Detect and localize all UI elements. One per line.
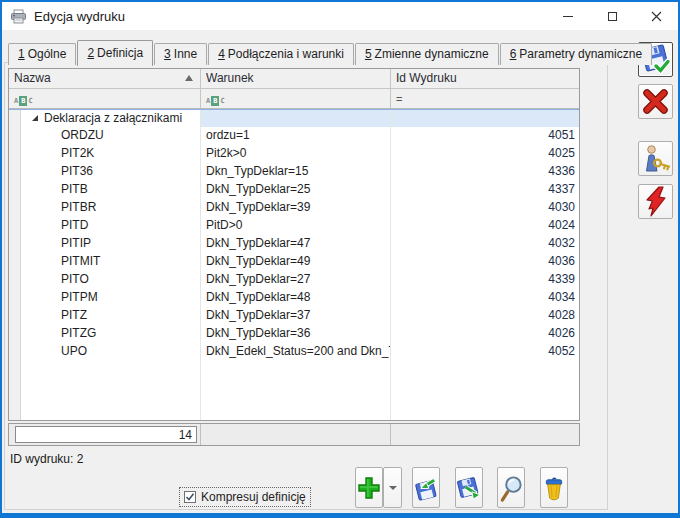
preview-button[interactable] bbox=[497, 467, 525, 508]
cell-id-wydruku[interactable]: 4052 bbox=[391, 343, 579, 361]
cell-id-wydruku[interactable]: 4051 bbox=[391, 127, 579, 145]
cell-nazwa[interactable]: UPO bbox=[21, 343, 201, 361]
tab-hotkey: 3 bbox=[164, 47, 171, 61]
table-row[interactable]: UPO DkN_Edekl_Status=200 and Dkn_T... 40… bbox=[9, 343, 579, 361]
tab[interactable]: 5Zmienne dynamiczne bbox=[355, 43, 499, 65]
filter-cell-nazwa[interactable]: ABC bbox=[9, 89, 201, 109]
column-header-nazwa[interactable]: Nazwa bbox=[9, 69, 201, 89]
cell-warunek[interactable]: DkN_TypDeklar=27 bbox=[201, 271, 391, 289]
cell-nazwa[interactable]: PITPM bbox=[21, 289, 201, 307]
table-row[interactable]: PITPM DkN_TypDeklar=48 4034 bbox=[9, 289, 579, 307]
tab[interactable]: 6Parametry dynamiczne bbox=[500, 43, 652, 65]
cell-nazwa[interactable]: PITO bbox=[21, 271, 201, 289]
cell-id-wydruku[interactable]: 4028 bbox=[391, 307, 579, 325]
cancel-button[interactable] bbox=[638, 84, 673, 119]
row-count-box[interactable]: 14 bbox=[15, 426, 197, 443]
maximize-button[interactable] bbox=[590, 2, 634, 30]
tab[interactable]: 3Inne bbox=[154, 43, 207, 65]
cell-nazwa[interactable]: PIT2K bbox=[21, 145, 201, 163]
table-row[interactable]: PIT2K Pit2k>0 4025 bbox=[9, 145, 579, 163]
execute-button[interactable] bbox=[638, 184, 673, 219]
cell-warunek[interactable] bbox=[201, 110, 391, 127]
cell-id-wydruku[interactable]: 4337 bbox=[391, 181, 579, 199]
filter-cell-id-wydruku[interactable]: = bbox=[391, 89, 579, 109]
cell-id-wydruku[interactable] bbox=[391, 110, 579, 127]
cell-id-wydruku[interactable]: 4339 bbox=[391, 271, 579, 289]
cell-warunek[interactable]: DkN_TypDeklar=36 bbox=[201, 325, 391, 343]
cell-nazwa-text: PITIP bbox=[61, 236, 91, 250]
cell-nazwa-text: PITD bbox=[61, 218, 88, 232]
cell-id-wydruku[interactable]: 4024 bbox=[391, 217, 579, 235]
filter-cell-warunek[interactable]: ABC bbox=[201, 89, 391, 109]
trash-icon bbox=[541, 473, 567, 503]
plus-icon bbox=[356, 475, 382, 501]
tab-label: Definicja bbox=[97, 46, 143, 60]
column-header-id-wydruku[interactable]: Id Wydruku bbox=[391, 69, 579, 89]
cell-warunek[interactable]: PitD>0 bbox=[201, 217, 391, 235]
table-row[interactable]: PITIP DkN_TypDeklar=47 4032 bbox=[9, 235, 579, 253]
tab[interactable]: 2Definicja bbox=[77, 40, 153, 66]
delete-button[interactable] bbox=[540, 467, 568, 508]
definitions-grid: Nazwa Warunek Id Wydruku ABC ABC = bbox=[8, 68, 580, 421]
cell-id-wydruku[interactable]: 4036 bbox=[391, 253, 579, 271]
cell-warunek[interactable]: DkN_Edekl_Status=200 and Dkn_T... bbox=[201, 343, 391, 361]
cell-id-wydruku[interactable]: 4034 bbox=[391, 289, 579, 307]
magnifier-icon bbox=[498, 473, 524, 503]
table-row[interactable]: PITZ DkN_TypDeklar=37 4028 bbox=[9, 307, 579, 325]
equals-filter-icon: = bbox=[396, 93, 402, 105]
tab[interactable]: 1Ogólne bbox=[8, 43, 76, 65]
table-row[interactable]: PITO DkN_TypDeklar=27 4339 bbox=[9, 271, 579, 289]
tab-hotkey: 1 bbox=[18, 47, 25, 61]
table-row[interactable]: PIT36 Dkn_TypDeklar=15 4336 bbox=[9, 163, 579, 181]
table-row[interactable]: PITZG DkN_TypDeklar=36 4026 bbox=[9, 325, 579, 343]
cell-warunek[interactable]: DkN_TypDeklar=37 bbox=[201, 307, 391, 325]
compress-definition-checkbox[interactable]: Kompresuj definicję bbox=[180, 488, 310, 506]
cell-warunek[interactable]: Pit2k>0 bbox=[201, 145, 391, 163]
cell-id-wydruku[interactable]: 4336 bbox=[391, 163, 579, 181]
cell-nazwa[interactable]: PITBR bbox=[21, 199, 201, 217]
checkbox-box[interactable] bbox=[184, 491, 196, 503]
column-header-label: Warunek bbox=[206, 71, 254, 85]
table-row[interactable]: PITBR DkN_TypDeklar=39 4030 bbox=[9, 199, 579, 217]
row-indicator bbox=[9, 235, 21, 253]
cell-warunek[interactable]: ordzu=1 bbox=[201, 127, 391, 145]
cell-warunek[interactable]: DkN_TypDeklar=48 bbox=[201, 289, 391, 307]
table-row[interactable]: PITMIT DkN_TypDeklar=49 4036 bbox=[9, 253, 579, 271]
table-row[interactable]: PITB DkN_TypDeklar=25 4337 bbox=[9, 181, 579, 199]
add-dropdown-button[interactable] bbox=[383, 467, 402, 508]
cell-nazwa[interactable]: PITZ bbox=[21, 307, 201, 325]
cell-nazwa[interactable]: PIT36 bbox=[21, 163, 201, 181]
table-row[interactable]: PITD PitD>0 4024 bbox=[9, 217, 579, 235]
cell-warunek[interactable]: DkN_TypDeklar=49 bbox=[201, 253, 391, 271]
cell-id-wydruku[interactable]: 4030 bbox=[391, 199, 579, 217]
close-button[interactable] bbox=[634, 2, 678, 30]
cell-warunek[interactable]: DkN_TypDeklar=25 bbox=[201, 181, 391, 199]
cell-id-wydruku[interactable]: 4025 bbox=[391, 145, 579, 163]
cell-nazwa[interactable]: PITIP bbox=[21, 235, 201, 253]
row-indicator bbox=[9, 199, 21, 217]
import-definition-button[interactable] bbox=[412, 467, 440, 508]
cell-nazwa[interactable]: PITMIT bbox=[21, 253, 201, 271]
cell-warunek[interactable]: Dkn_TypDeklar=15 bbox=[201, 163, 391, 181]
column-header-warunek[interactable]: Warunek bbox=[201, 69, 391, 89]
expander-icon[interactable] bbox=[32, 115, 38, 121]
add-button[interactable] bbox=[355, 467, 383, 508]
cell-warunek[interactable]: DkN_TypDeklar=39 bbox=[201, 199, 391, 217]
cell-nazwa[interactable]: PITZG bbox=[21, 325, 201, 343]
cell-nazwa[interactable]: PITB bbox=[21, 181, 201, 199]
cell-nazwa[interactable]: PITD bbox=[21, 217, 201, 235]
table-row[interactable]: Deklaracja z załącznikami bbox=[9, 109, 579, 127]
abc-filter-icon: ABC bbox=[14, 97, 33, 105]
table-row[interactable]: ORDZU ordzu=1 4051 bbox=[9, 127, 579, 145]
cell-nazwa[interactable]: Deklaracja z załącznikami bbox=[21, 110, 201, 127]
cell-nazwa[interactable]: ORDZU bbox=[21, 127, 201, 145]
cell-nazwa-text: PIT36 bbox=[61, 164, 93, 178]
cell-warunek[interactable]: DkN_TypDeklar=47 bbox=[201, 235, 391, 253]
export-definition-button[interactable] bbox=[455, 467, 483, 508]
minimize-button[interactable] bbox=[546, 2, 590, 30]
row-indicator bbox=[9, 217, 21, 235]
cell-id-wydruku[interactable]: 4026 bbox=[391, 325, 579, 343]
cell-id-wydruku[interactable]: 4032 bbox=[391, 235, 579, 253]
tab[interactable]: 4Podłączenia i warunki bbox=[208, 43, 354, 65]
operator-rights-button[interactable] bbox=[638, 141, 673, 176]
